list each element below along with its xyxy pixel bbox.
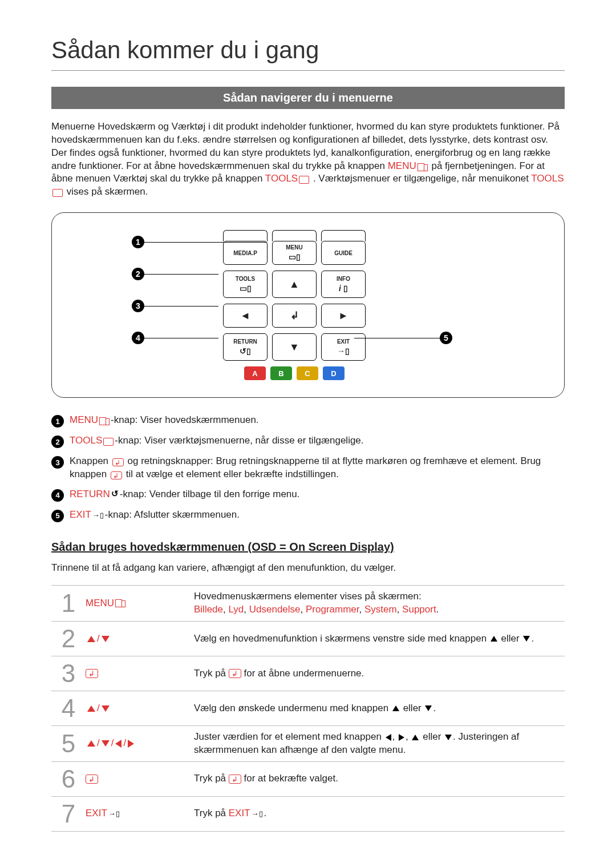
exit-icon: →▯ (92, 510, 104, 521)
tools-icon (299, 176, 309, 184)
arrow-up-icon (87, 740, 95, 747)
exit-icon: →▯ (108, 809, 120, 819)
enter-icon (111, 471, 122, 479)
menu-label: MENU (388, 160, 416, 171)
callout-descriptions: 1 MENU-knap: Viser hovedskærmmenuen. 2 T… (51, 414, 565, 522)
enter-icon (86, 669, 98, 678)
step-row-7: 7 EXIT→▯ Tryk på EXIT→▯. (51, 797, 565, 832)
arrow-left-icon (386, 734, 391, 741)
step-desc: Vælg en hovedmenufunktion i skærmens ven… (194, 632, 565, 646)
arrow-up-icon (87, 705, 95, 712)
remote-btn-left: ◄ (223, 304, 268, 328)
steps-table: 1 MENU Hovedmenuskærmens elementer vises… (51, 585, 565, 832)
step-row-1: 1 MENU Hovedmenuskærmens elementer vises… (51, 586, 565, 622)
remote-btn-mediap: MEDIA.P (223, 241, 268, 265)
intro-text-4: vises på skærmen. (67, 186, 148, 197)
step-key: / (86, 632, 194, 646)
menu-icon (99, 417, 110, 425)
arrow-down-icon (523, 636, 530, 642)
enter-icon (229, 669, 241, 678)
arrow-right-icon (399, 734, 404, 741)
desc-num: 3 (51, 456, 64, 469)
remote-diagram: 1 2 3 4 MEDIA.P MENU▭▯ GUIDE TOOLS▭▯ ▲ (51, 212, 565, 398)
arrow-left-icon (115, 740, 121, 748)
desc-text: -knap: Vender tilbage til den forrige me… (120, 489, 300, 499)
menu-icon (418, 163, 428, 171)
arrow-up-icon (87, 636, 95, 642)
desc-text: -knap: Viser hovedskærmmenuen. (111, 414, 259, 425)
callout-4: 4 (132, 332, 144, 344)
desc-text-a: Knappen (70, 455, 111, 466)
enter-icon (112, 458, 124, 466)
arrow-right-icon (128, 740, 134, 748)
remote-color-b: B (270, 366, 292, 380)
menu-label: MENU (70, 414, 98, 425)
return-label: RETURN (70, 489, 110, 499)
desc-item-1: 1 MENU-knap: Viser hovedskærmmenuen. (51, 414, 565, 428)
step-number: 5 (51, 731, 86, 756)
remote-btn-down: ▼ (272, 333, 317, 361)
arrow-down-icon (425, 705, 432, 711)
section-heading-bar: Sådan navigerer du i menuerne (51, 87, 565, 109)
callout-2: 2 (132, 268, 144, 280)
step-desc: Juster værdien for et element med knappe… (194, 731, 565, 757)
step-number: 2 (51, 626, 86, 651)
step-key: / / / (86, 737, 194, 750)
remote-color-d: D (323, 366, 345, 380)
exit-icon: →▯ (252, 809, 263, 819)
arrow-down-icon (445, 735, 452, 740)
desc-text: -knap: Viser værktøjsmenuerne, når disse… (115, 435, 363, 446)
arrow-down-icon (102, 705, 110, 712)
desc-item-2: 2 TOOLS-knap: Viser værktøjsmenuerne, nå… (51, 434, 565, 448)
desc-num: 4 (51, 489, 64, 502)
remote-btn-tools: TOOLS▭▯ (223, 271, 268, 298)
step-desc: Tryk på for at åbne undermenuerne. (194, 667, 565, 680)
step-key: / (86, 702, 194, 715)
step-row-4: 4 / Vælg den ønskede undermenu med knapp… (51, 691, 565, 726)
step-desc: Hovedmenuskærmens elementer vises på skæ… (194, 590, 565, 616)
arrow-down-icon (102, 636, 110, 642)
desc-text-c: til at vælge et element eller bekræfte i… (126, 469, 339, 479)
arrow-up-icon (412, 735, 419, 740)
remote-btn-guide: GUIDE (321, 241, 366, 265)
enter-icon (229, 775, 241, 784)
page-title: Sådan kommer du i gang (51, 34, 565, 71)
step-row-6: 6 Tryk på for at bekræfte valget. (51, 762, 565, 797)
step-number: 6 (51, 767, 86, 792)
callout-1: 1 (132, 236, 144, 248)
menu-item: Udsendelse (249, 604, 301, 615)
arrow-up-icon (392, 705, 399, 711)
exit-label: EXIT (70, 509, 91, 520)
remote-btn-menu: MENU▭▯ (272, 241, 317, 265)
step-desc: Tryk på for at bekræfte valget. (194, 772, 565, 785)
intro-text-3: . Værktøjsmenuer er tilgængelige, når me… (313, 173, 531, 184)
intro-paragraph: Menuerne Hovedskærm og Værktøj i dit pro… (51, 120, 565, 199)
step-desc: Vælg den ønskede undermenu med knappen e… (194, 702, 565, 715)
tools-icon (103, 438, 114, 446)
callout-3: 3 (132, 300, 144, 312)
remote-btn-right: ► (321, 304, 366, 328)
step-row-3: 3 Tryk på for at åbne undermenuerne. (51, 656, 565, 691)
desc-num: 5 (51, 510, 64, 522)
step-key: EXIT→▯ (86, 807, 194, 820)
step-number: 3 (51, 661, 86, 686)
desc-item-3: 3 Knappen og retningsknapper: Brug retni… (51, 455, 565, 481)
arrow-down-icon (102, 740, 110, 747)
tools-label-2: TOOLS (531, 173, 564, 184)
desc-num: 2 (51, 435, 64, 448)
desc-text: -knap: Afslutter skærmmenuen. (105, 509, 240, 520)
step-row-5: 5 / / / Juster værdien for et element me… (51, 726, 565, 762)
remote-btn-up: ▲ (272, 271, 317, 298)
desc-item-5: 5 EXIT→▯-knap: Afslutter skærmmenuen. (51, 509, 565, 522)
step-number: 1 (51, 591, 86, 616)
enter-icon (86, 775, 98, 784)
arrow-up-icon (491, 636, 497, 642)
step-desc: Tryk på EXIT→▯. (194, 807, 565, 820)
menu-icon (115, 599, 125, 607)
desc-item-4: 4 RETURN↺-knap: Vender tilbage til den f… (51, 488, 565, 502)
step-row-2: 2 / Vælg en hovedmenufunktion i skærmens… (51, 622, 565, 656)
menu-item: System (364, 604, 397, 615)
tools-icon (52, 189, 63, 197)
menu-item: Support (402, 604, 436, 615)
remote-color-c: C (297, 366, 318, 380)
